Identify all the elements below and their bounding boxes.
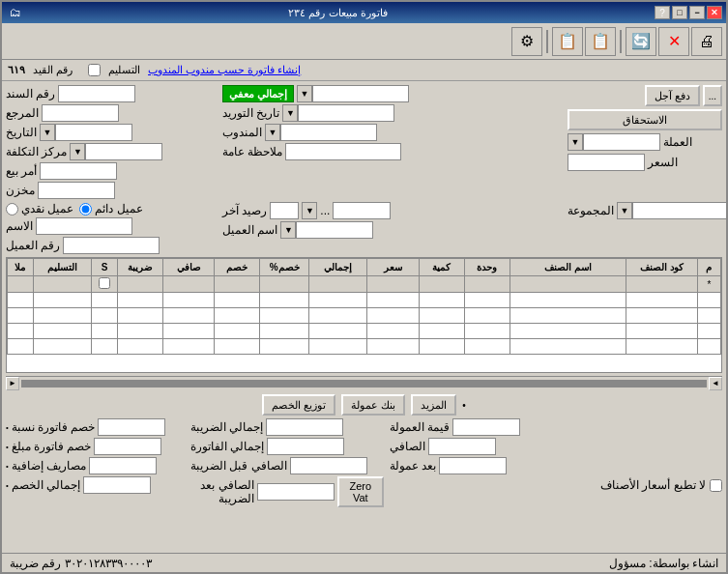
settings-button[interactable]: ⚙ xyxy=(511,27,542,56)
close-button[interactable]: ✕ xyxy=(707,6,722,19)
empty-name xyxy=(510,276,626,293)
create-invoice-link[interactable]: إنشاء فاتورة حسب مندوب المندوب xyxy=(148,64,301,76)
currency-arrow[interactable]: ▼ xyxy=(568,133,583,151)
delivery-checkbox[interactable] xyxy=(88,64,101,76)
distribute-discount-button[interactable]: توزيع الخصم xyxy=(262,394,335,416)
scroll-track[interactable] xyxy=(21,380,707,387)
main-window: ✕ − □ ? فاتورة مبيعات رقم ٢٣٤ 🗂 🖨 ✕ 🔄 📋 … xyxy=(0,0,728,574)
net-before-tax-row: ٫٠٠ الصافي قبل الضريبة xyxy=(190,457,384,474)
empty-net xyxy=(162,276,215,293)
notes-input[interactable] xyxy=(285,143,401,160)
price-row: السعر ١٫٠٠ xyxy=(568,154,722,171)
customer-num-input[interactable] xyxy=(63,237,160,254)
supply-date-label: تاريخ التوريد xyxy=(222,106,279,120)
net-after-commission-input[interactable]: ٫٠٠ xyxy=(439,457,507,474)
tax-total-input[interactable]: ٫٠٠ xyxy=(266,418,343,436)
total-exempt-input[interactable] xyxy=(312,85,409,102)
supply-date-arrow[interactable]: ▼ xyxy=(282,104,298,122)
customer-right: عميل دائم عميل نقدي الاسم رقم العميل xyxy=(6,202,218,254)
net-before-tax-input[interactable]: ٫٠٠ xyxy=(290,457,367,474)
customer-left: ▼ المجموعة xyxy=(568,202,722,254)
empty-total xyxy=(309,276,367,293)
currency-input[interactable]: ريال سعودي xyxy=(583,133,660,151)
table-row[interactable] xyxy=(8,293,721,308)
table-header-row: م كود الصنف اسم الصنف وحدة كمية سعر إجما… xyxy=(8,259,721,276)
toolbar: 🖨 ✕ 🔄 📋 📋 ⚙ xyxy=(2,23,726,60)
net-before-tax-label: الصافي قبل الضريبة xyxy=(190,459,287,473)
cash-radio[interactable] xyxy=(6,203,18,215)
s-checkbox[interactable] xyxy=(99,277,110,289)
payment-method-button[interactable]: ... xyxy=(703,85,722,106)
ref-input[interactable] xyxy=(42,104,119,122)
total-discount-row: ٫٠٠ إجمالي الخصم • xyxy=(6,476,185,494)
customer-id-input[interactable]: عميل ١ xyxy=(296,221,373,239)
invoice-total-input[interactable]: ٫٠٠ xyxy=(267,438,344,455)
copy-button[interactable]: 📋 xyxy=(585,27,616,56)
group-input[interactable] xyxy=(632,202,726,219)
delegate-input[interactable]: مندوب مبيعات ١ xyxy=(280,124,377,141)
scroll-left-btn[interactable]: ◄ xyxy=(709,377,722,390)
price-input[interactable]: ١٫٠٠ xyxy=(568,154,645,171)
zero-vat-button[interactable]: Zero Vat xyxy=(337,476,384,507)
data-table-container: م كود الصنف اسم الصنف وحدة كمية سعر إجما… xyxy=(6,257,722,373)
customer-id-arrow[interactable]: ▼ xyxy=(280,221,296,239)
commission-value-input[interactable]: ٫٠٠ xyxy=(452,418,520,436)
disc-percent-input[interactable]: ٫٠٠% xyxy=(98,418,165,436)
table-new-row[interactable]: * xyxy=(8,276,721,293)
warehouse-input[interactable] xyxy=(38,182,115,199)
table-row[interactable] xyxy=(8,339,721,355)
order-type-input[interactable] xyxy=(40,162,117,180)
net-after-tax-row: Zero Vat ٫٠٠ الصافي بعد الضريبة xyxy=(190,476,384,507)
commission-button[interactable]: بنك عمولة xyxy=(341,394,405,416)
total-exempt-label: إجمالي معفي xyxy=(222,85,294,102)
net-label: الصافي xyxy=(390,440,425,453)
customer-name-input[interactable] xyxy=(36,217,132,235)
permanent-radio[interactable] xyxy=(79,203,92,215)
balance-num[interactable] xyxy=(270,202,299,219)
net-after-tax-input[interactable]: ٫٠٠ xyxy=(257,483,335,501)
refresh-button[interactable]: 🔄 xyxy=(626,27,656,56)
invoice-num-input[interactable]: ٢٣٤ xyxy=(58,85,135,102)
cash-customer-label[interactable]: عميل نقدي xyxy=(6,202,73,215)
help-button[interactable]: ? xyxy=(655,6,670,19)
more-button[interactable]: المزيد xyxy=(411,394,456,416)
delegate-arrow[interactable]: ▼ xyxy=(265,124,280,141)
invoice-num-row: ٢٣٤ رقم السند xyxy=(6,85,218,102)
no-print-row: لا تطبع أسعار الأصناف xyxy=(390,478,722,492)
table-row[interactable] xyxy=(8,308,721,324)
balance-value-input[interactable] xyxy=(333,202,391,219)
col-num: م xyxy=(697,259,720,276)
cost-center-input[interactable]: عام xyxy=(85,143,162,160)
discount-button[interactable]: الاستحقاق xyxy=(568,109,722,130)
permanent-customer-label[interactable]: عميل دائم xyxy=(79,202,142,215)
extra-expenses-input[interactable]: ٫٠٠ xyxy=(89,457,157,474)
total-discount-input[interactable]: ٫٠٠ xyxy=(83,476,151,494)
customer-name-row: الاسم xyxy=(6,217,218,235)
tax-number-label: رقم ضريبة xyxy=(10,557,61,570)
tax-number: ٣٠٢٠١٢٨٣٣٩٠٠٠٠٣ رقم ضريبة xyxy=(10,557,152,570)
scroll-right-btn[interactable]: ► xyxy=(6,377,19,390)
date-input[interactable]: ٢٠١٩/٠٢/١٦ xyxy=(55,124,132,141)
minimize-button[interactable]: − xyxy=(689,6,705,19)
customer-name-label: الاسم xyxy=(6,219,33,233)
net-input[interactable]: ٫٠٠ xyxy=(428,438,496,455)
supply-date-input[interactable]: ١٦/٠٢/٢٠١٩ xyxy=(298,104,394,122)
total-exempt-arrow[interactable]: ▼ xyxy=(297,85,312,102)
delete-button[interactable]: ✕ xyxy=(658,27,689,56)
disc-percent-row: ٫٠٠% خصم فاتورة نسبة • xyxy=(6,418,185,436)
maximize-button[interactable]: □ xyxy=(672,6,687,19)
left-totals: ٫٠٠ قيمة العمولة ٫٠٠ الصافي ٫٠٠ بعد عمول… xyxy=(390,418,722,507)
table-row[interactable] xyxy=(8,324,721,339)
deferred-payment-button[interactable]: دفع آجل xyxy=(645,85,700,106)
customer-num-row: رقم العميل xyxy=(6,237,218,254)
date-arrow[interactable]: ▼ xyxy=(40,124,55,141)
cost-center-arrow[interactable]: ▼ xyxy=(70,143,85,160)
balance-arrow[interactable]: ▼ xyxy=(302,202,317,219)
group-arrow[interactable]: ▼ xyxy=(617,202,632,219)
delegate-combo: مندوب مبيعات ١ ▼ xyxy=(265,124,377,141)
paste-button[interactable]: 📋 xyxy=(552,27,583,56)
horizontal-scrollbar[interactable]: ◄ ► xyxy=(6,376,722,389)
print-button[interactable]: 🖨 xyxy=(691,27,722,56)
no-print-checkbox[interactable] xyxy=(710,479,722,492)
disc-amount-input[interactable]: ٫٠٠ xyxy=(94,438,161,455)
